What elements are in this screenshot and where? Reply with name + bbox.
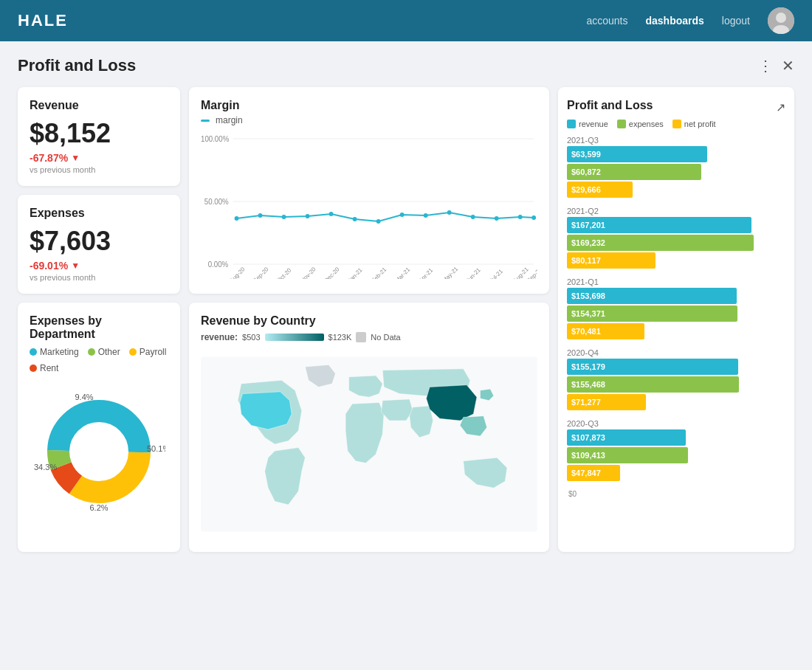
- svg-text:May-21: May-21: [441, 266, 460, 279]
- svg-point-20: [495, 216, 499, 221]
- expenses-dept-card: Expenses by Department Marketing Other P…: [18, 303, 180, 552]
- expenses-card: Expenses $7,603 -69.01% ▼ vs previous mo…: [18, 195, 180, 294]
- pnl-bars: 2021-Q3$63,599$60,872$29,6662021-Q2$167,…: [567, 136, 785, 483]
- svg-text:6.2%: 6.2%: [89, 503, 108, 512]
- bar-fill: $70,481: [567, 323, 644, 339]
- payroll-label: Payroll: [140, 347, 167, 357]
- bar-fill: $167,201: [567, 217, 751, 233]
- revenue-arrow-icon: ▼: [71, 153, 80, 163]
- quarter-label: 2021-Q2: [567, 207, 785, 215]
- svg-text:50.00%: 50.00%: [204, 198, 229, 206]
- bar-row: $70,481: [567, 323, 785, 339]
- pnl-quarter-group: 2020-Q4$155,179$155,468$71,277: [567, 348, 785, 412]
- bar-fill: $63,599: [567, 146, 707, 162]
- bar-row: $71,277: [567, 394, 785, 410]
- bar-row: $63,599: [567, 146, 785, 162]
- pnl-legend: revenue expenses net profit: [567, 120, 785, 128]
- bar-fill: $153,698: [567, 288, 737, 304]
- bar-fill: $71,277: [567, 394, 646, 410]
- nav-accounts[interactable]: accounts: [586, 15, 627, 27]
- bar-fill: $109,413: [567, 447, 688, 463]
- bar-fill: $154,371: [567, 305, 737, 322]
- pnl-quarter-group: 2021-Q1$153,698$154,371$70,481: [567, 277, 785, 341]
- margin-legend-line: [201, 120, 210, 122]
- payroll-legend: Payroll: [129, 347, 167, 357]
- bar-row: $107,873: [567, 429, 785, 446]
- map-title: Revenue by Country: [201, 314, 537, 328]
- other-label: Other: [98, 347, 120, 357]
- svg-point-1: [776, 13, 786, 23]
- svg-text:Dec-20: Dec-20: [323, 266, 341, 279]
- menu-button[interactable]: ⋮: [758, 57, 773, 75]
- svg-point-21: [518, 215, 523, 219]
- world-map: [201, 348, 537, 540]
- bar-fill: $60,872: [567, 164, 701, 180]
- other-swatch: [88, 348, 95, 356]
- revenue-change-value: -67.87%: [30, 152, 68, 164]
- page-title: Profit and Loss: [18, 56, 136, 75]
- no-data-label: No Data: [371, 333, 400, 342]
- avatar[interactable]: [768, 7, 794, 34]
- bar-row: $154,371: [567, 305, 785, 322]
- nav-links: accounts dashboards logout: [586, 7, 794, 34]
- pnl-quarter-group: 2021-Q2$167,201$169,232$80,117: [567, 207, 785, 270]
- marketing-swatch: [30, 348, 37, 356]
- expenses-label: Expenses: [30, 207, 168, 220]
- navigation: HALE accounts dashboards logout: [0, 0, 812, 41]
- svg-point-41: [71, 424, 127, 480]
- svg-text:Feb-21: Feb-21: [371, 266, 388, 279]
- rent-legend: Rent: [30, 363, 58, 373]
- svg-text:Nov-20: Nov-20: [300, 266, 317, 279]
- dashboard-grid: Revenue $8,152 -67.87% ▼ vs previous mon…: [18, 87, 794, 552]
- nav-dashboards[interactable]: dashboards: [645, 15, 703, 27]
- payroll-swatch: [129, 348, 137, 356]
- pnl-x-axis: $0: [567, 490, 785, 498]
- close-button[interactable]: ✕: [782, 57, 794, 75]
- left-column: Revenue $8,152 -67.87% ▼ vs previous mon…: [18, 87, 180, 294]
- svg-text:Oct-20: Oct-20: [275, 266, 292, 279]
- revenue-legend-label: revenue: [579, 120, 608, 128]
- expenses-legend-label: expenses: [629, 120, 664, 128]
- bar-fill: $29,666: [567, 182, 633, 198]
- expenses-value: $7,603: [30, 226, 168, 257]
- bar-fill: $80,117: [567, 252, 656, 269]
- profit-legend-label: net profit: [684, 120, 716, 128]
- expenses-legend-swatch: [617, 120, 626, 128]
- page-header: Profit and Loss ⋮ ✕: [18, 56, 794, 75]
- bar-fill: $107,873: [567, 429, 686, 446]
- revenue-legend-swatch: [567, 120, 576, 128]
- bar-row: $60,872: [567, 164, 785, 180]
- expand-button[interactable]: ↗: [776, 100, 785, 114]
- bar-row: $155,468: [567, 376, 785, 393]
- pnl-legend-revenue: revenue: [567, 120, 608, 128]
- pnl-card: Profit and Loss ↗ revenue expenses net p…: [558, 87, 794, 552]
- bar-fill: $169,232: [567, 235, 754, 251]
- page-actions: ⋮ ✕: [758, 57, 794, 75]
- svg-point-10: [258, 213, 263, 218]
- map-legend-min: $503: [242, 333, 260, 342]
- svg-text:100.00%: 100.00%: [201, 135, 230, 143]
- revenue-label: Revenue: [30, 99, 168, 112]
- revenue-country-card: Revenue by Country revenue: $503 $123K N…: [189, 303, 549, 552]
- bar-fill: $47,847: [567, 465, 620, 481]
- rent-swatch: [30, 365, 37, 372]
- bar-fill: $155,179: [567, 359, 738, 375]
- svg-text:50.1%: 50.1%: [147, 444, 165, 453]
- page-content: Profit and Loss ⋮ ✕ Revenue $8,152 -67.8…: [0, 41, 812, 670]
- svg-text:Jun-21: Jun-21: [465, 266, 482, 279]
- no-data-swatch: [356, 332, 366, 342]
- bar-fill: $155,468: [567, 376, 739, 393]
- svg-point-15: [376, 219, 381, 224]
- bar-row: $29,666: [567, 182, 785, 198]
- svg-point-22: [531, 215, 536, 220]
- bar-row: $155,179: [567, 359, 785, 375]
- bar-row: $109,413: [567, 447, 785, 463]
- svg-text:Apr-21: Apr-21: [418, 267, 435, 279]
- margin-card: Margin margin 100.00% 50.00% 0.00%: [189, 87, 549, 294]
- rent-label: Rent: [40, 363, 58, 373]
- quarter-label: 2020-Q3: [567, 419, 785, 428]
- nav-logout[interactable]: logout: [722, 15, 750, 27]
- bar-row: $153,698: [567, 288, 785, 304]
- svg-point-9: [235, 216, 239, 221]
- pnl-quarter-group: 2021-Q3$63,599$60,872$29,666: [567, 136, 785, 199]
